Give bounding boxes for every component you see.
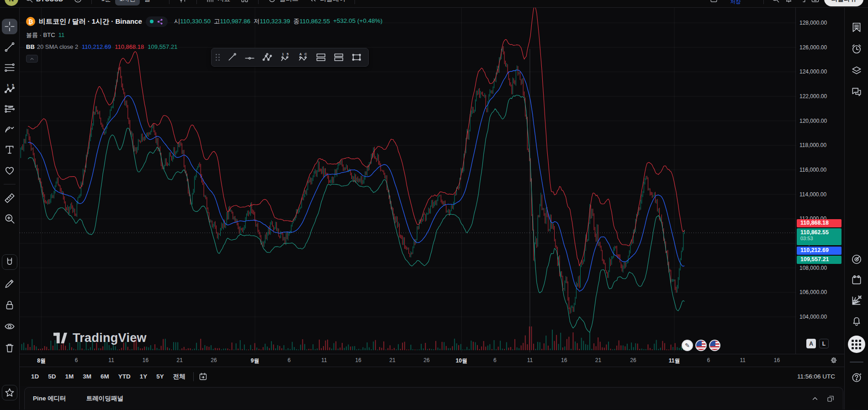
remove-drawings-button[interactable] xyxy=(2,340,17,356)
compare-button[interactable] xyxy=(70,0,86,5)
long-position-icon xyxy=(315,52,327,63)
pine-editor-tab[interactable]: Pine 에디터 xyxy=(33,394,66,403)
chart-pane[interactable]: TradingView ₿ 비트코인 / 달러 · 1시간 · Binance … xyxy=(20,8,844,354)
price-scale[interactable]: 104,000.00106,000.00108,000.00110,000.00… xyxy=(795,8,844,354)
interval-button-일[interactable]: 일 xyxy=(140,0,154,5)
replay-button[interactable]: 리플레이 xyxy=(305,0,349,5)
log-scale-button[interactable]: L xyxy=(819,339,829,348)
float-long-position-button[interactable] xyxy=(312,50,330,65)
lock-drawings-button[interactable] xyxy=(2,297,17,313)
symbol-search-button[interactable]: BTCUSD xyxy=(21,0,67,5)
float-xabcd-pattern-button[interactable] xyxy=(259,50,276,65)
redo-button[interactable] xyxy=(379,0,395,5)
trend-line-tool-button[interactable] xyxy=(2,39,17,55)
layout-icon[interactable] xyxy=(709,0,718,3)
calendar-icon[interactable] xyxy=(851,274,863,286)
price-tick: 120,000.00 xyxy=(799,118,827,124)
event-flag-icon[interactable] xyxy=(709,340,720,351)
float-elliott-wave-button[interactable]: 15 xyxy=(276,50,294,65)
bb-basis-value: 110,212.69 xyxy=(82,43,111,50)
range-button-1D[interactable]: 1D xyxy=(28,371,42,382)
clock-utc[interactable]: 11:56:06 UTC xyxy=(797,373,835,380)
publish-button[interactable]: 퍼블리쉬 xyxy=(824,0,863,6)
range-button-6M[interactable]: 6M xyxy=(97,371,112,382)
time-axis-label: 16 xyxy=(355,357,361,363)
zoom-in-tool-button[interactable] xyxy=(2,211,17,226)
svg-text:C: C xyxy=(305,52,307,56)
time-axis[interactable]: 8월6111621269월61116212610월61116212611월611… xyxy=(20,354,844,367)
screener-radar-icon[interactable] xyxy=(851,253,863,265)
crosshair-tool-button[interactable] xyxy=(2,19,17,34)
settings-gear-icon[interactable] xyxy=(784,0,793,3)
range-button-5D[interactable]: 5D xyxy=(45,371,59,382)
market-status-pill[interactable] xyxy=(146,16,168,27)
alert-button[interactable]: 얼러트 xyxy=(264,0,302,5)
auto-scale-button[interactable]: A xyxy=(806,339,816,348)
interval-button-1시간[interactable]: 1시간 xyxy=(115,0,140,5)
notifications-bell-icon[interactable] xyxy=(851,315,863,327)
goto-date-icon[interactable] xyxy=(198,372,208,381)
magnet-mode-button[interactable] xyxy=(2,254,17,270)
brush-tool-button[interactable] xyxy=(2,121,17,137)
watchlist-icon[interactable] xyxy=(851,21,863,33)
interval-button-1분[interactable]: 1분 xyxy=(97,0,116,5)
spider-web-icon[interactable] xyxy=(851,294,863,306)
rectangle-tool-icon xyxy=(351,52,362,63)
range-button-1Y[interactable]: 1Y xyxy=(137,371,151,382)
chevron-down-icon[interactable] xyxy=(157,0,164,2)
floating-drawing-toolbar[interactable]: 15 AC xyxy=(211,48,369,67)
screenshot-camera-icon[interactable] xyxy=(811,0,820,3)
save-button[interactable]: 저장 xyxy=(730,0,741,5)
apps-menu-button[interactable] xyxy=(848,336,865,353)
float-short-position-button[interactable] xyxy=(330,50,348,65)
layout-menu[interactable]: Unnamed 저장 xyxy=(723,0,756,5)
horizontal-lines-tool-button[interactable] xyxy=(2,60,17,75)
object-tree-layers-icon[interactable] xyxy=(851,64,863,76)
range-button-5Y[interactable]: 5Y xyxy=(153,371,167,382)
favorites-toolbar-button[interactable] xyxy=(2,385,17,400)
text-tool-button[interactable] xyxy=(2,142,17,158)
float-horizontal-line-button[interactable] xyxy=(241,50,259,65)
chevron-up-icon xyxy=(29,56,35,62)
indicators-button[interactable]: 지표 xyxy=(202,0,234,5)
measure-tool-button[interactable] xyxy=(2,190,17,206)
volume-legend-row[interactable]: 볼륨 · BTC 11 xyxy=(26,31,382,39)
range-button-1M[interactable]: 1M xyxy=(62,371,77,382)
elliott-wave-tool-button[interactable]: 15 xyxy=(2,80,17,96)
emoji-tool-button[interactable] xyxy=(2,163,17,178)
lock-icon xyxy=(4,299,16,311)
range-button-3M[interactable]: 3M xyxy=(79,371,95,382)
pencil-icon xyxy=(4,278,16,289)
chat-icon[interactable] xyxy=(851,86,863,98)
star-icon xyxy=(4,387,16,399)
drawing-mode-button[interactable] xyxy=(2,276,17,291)
undo-button[interactable] xyxy=(360,0,376,5)
projection-tool-button[interactable] xyxy=(2,101,17,116)
price-tick: 108,000.00 xyxy=(799,265,827,271)
panel-collapse-chevron-up-icon[interactable] xyxy=(811,394,819,403)
float-abc-pattern-button[interactable]: AC xyxy=(294,50,312,65)
legend-collapse-button[interactable] xyxy=(26,55,38,63)
float-trend-line-button[interactable] xyxy=(223,50,241,65)
drag-handle-icon[interactable] xyxy=(216,54,220,61)
trading-panel-tab[interactable]: 트레이딩패널 xyxy=(86,394,123,403)
user-avatar[interactable]: N xyxy=(5,0,18,6)
quick-search-icon[interactable] xyxy=(771,0,780,3)
help-icon[interactable] xyxy=(851,371,863,383)
symbol-title[interactable]: 비트코인 / 달러 · 1시간 · Binance xyxy=(39,17,142,26)
hide-drawings-button[interactable] xyxy=(2,319,17,334)
alerts-clock-icon[interactable] xyxy=(851,43,863,55)
undo-icon xyxy=(364,0,373,3)
axis-settings-gear-icon[interactable] xyxy=(830,356,838,364)
panel-restore-icon[interactable] xyxy=(826,394,835,403)
idea-badge-icon[interactable]: ✎ xyxy=(682,340,693,351)
event-flag-icon[interactable] xyxy=(695,340,707,351)
zoom-in-icon xyxy=(4,213,16,225)
fullscreen-icon[interactable] xyxy=(798,0,806,3)
float-rectangle-button[interactable] xyxy=(348,50,365,65)
range-button-전체[interactable]: 전체 xyxy=(170,371,189,383)
range-button-YTD[interactable]: YTD xyxy=(115,371,134,382)
range-group: 1D5D1M3M6MYTD1Y5Y전체 xyxy=(28,371,191,383)
indicator-templates-button[interactable] xyxy=(237,0,253,5)
chart-style-button[interactable] xyxy=(175,0,191,5)
